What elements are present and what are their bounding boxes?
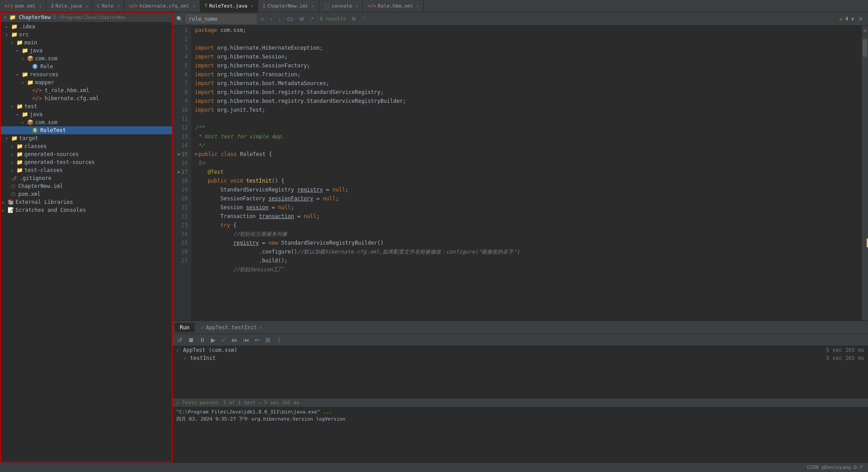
code-line-6: import org.hibernate.Transaction; — [195, 70, 858, 79]
tab-role-java[interactable]: J Role.java × — [46, 0, 93, 12]
bottom-tab-run[interactable]: Run — [174, 323, 195, 332]
tree-test-classes[interactable]: 📁 test-classes — [0, 166, 172, 174]
tree-role[interactable]: R Role — [0, 62, 172, 70]
arrow-gen-test-src — [11, 160, 15, 165]
ln-17-run[interactable]: ▶17 — [173, 168, 188, 176]
ln-3: 3 — [173, 43, 188, 52]
test-classes-icon: 📁 — [16, 167, 23, 173]
ln-15-run[interactable]: ▶15 — [173, 150, 188, 159]
tree-pom-xml[interactable]: ⬡ pom.xml — [0, 190, 172, 198]
arrow-test — [11, 104, 15, 109]
line-numbers: 1 2 3 4 5 6 7 8 9 10 11 12 13 14 ▶15 16 … — [173, 26, 191, 320]
project-path: E:\Programs\Java\ChapterNew — [53, 15, 125, 20]
test-package-icon: 📦 — [27, 119, 34, 125]
iml-file-icon: ⬡ — [11, 183, 16, 189]
code-line-7: import org.hibernate.boot.MetadataSource… — [195, 79, 858, 88]
rerun-btn[interactable]: ↺ — [175, 335, 184, 344]
tree-generated-test-sources[interactable]: 📁 generated-test-sources — [0, 158, 172, 166]
tab-roletest[interactable]: T RoleTest.java × — [200, 0, 258, 12]
tab-role-class[interactable]: C Role × — [93, 0, 124, 12]
xml2-icon: </> — [129, 3, 138, 9]
code-line-9: import org.hibernate.boot.registry.Stand… — [195, 97, 858, 105]
tree-resources[interactable]: 📁 resources — [0, 70, 172, 78]
close-editor-btn[interactable]: × — [857, 14, 864, 24]
more-btn[interactable]: ⋮ — [360, 15, 368, 23]
code-line-24: registry = new StandardServiceRegistryBu… — [195, 238, 858, 247]
tree-src[interactable]: 📁 src — [0, 31, 172, 39]
tree-idea[interactable]: 📁 .idea — [0, 23, 172, 31]
search-input[interactable] — [186, 15, 256, 23]
arrow-scratches — [2, 208, 6, 213]
check-btn[interactable]: ✓ — [219, 335, 228, 344]
tree-roletest[interactable]: R RoleTest — [0, 126, 172, 134]
tree-classes[interactable]: 📁 classes — [0, 142, 172, 150]
filter-btn[interactable]: ⧉ — [350, 15, 357, 23]
tree-generated-sources[interactable]: 📁 generated-sources — [0, 150, 172, 158]
ln-25: 25 — [173, 238, 188, 247]
tree-test[interactable]: 📁 test — [0, 102, 172, 110]
scratch-icon: 📝 — [8, 207, 14, 213]
credit-text: CSDN @Davieyang.D.Y — [807, 464, 863, 470]
tab-console[interactable]: ⬛ console × — [319, 0, 363, 12]
more-bottom-btn[interactable]: ⋮ — [274, 335, 284, 344]
method-pass-icon: ✓ — [183, 355, 186, 361]
match-case-btn[interactable]: Cc — [285, 16, 294, 23]
code-line-13: * Unit test for simple App. — [195, 132, 858, 141]
suite-time: 5 sec 265 ms — [826, 347, 864, 353]
pass-icon: ✓ — [176, 347, 179, 353]
tree-test-com-ssm[interactable]: 📦 com.ssm — [0, 118, 172, 126]
tree-java-src[interactable]: 📁 java — [0, 47, 172, 55]
close-run-tab[interactable]: × — [260, 325, 262, 330]
tree-target[interactable]: 📁 target — [0, 134, 172, 142]
ln-12: 12 — [173, 123, 188, 132]
ln-23: 23 — [173, 221, 188, 230]
run-icon-17: ▶ — [178, 168, 181, 176]
method-time: 5 sec 265 ms — [826, 355, 864, 361]
tree-t-role-hbm[interactable]: </> t_role.hbm.xml — [0, 86, 172, 94]
tree-main[interactable]: 📁 main — [0, 39, 172, 47]
word-btn[interactable]: W — [298, 16, 306, 23]
code-line-11 — [195, 114, 858, 123]
tree-test-java[interactable]: 📁 java — [0, 110, 172, 118]
tab-role-hbm[interactable]: </> Role.hbm.xml × — [363, 0, 424, 12]
search-bar: 🔍 × ↑ ↓ Cc W .* 0 results ⧉ ⋮ ⚠ 4 ∨ × — [173, 12, 868, 26]
test-run-icon: ✓ — [201, 324, 204, 331]
editor-area: 🔍 × ↑ ↓ Cc W .* 0 results ⧉ ⋮ ⚠ 4 ∨ × 1 … — [173, 12, 868, 462]
pass-check: ✓ — [176, 400, 179, 406]
scrollbar-thumb[interactable] — [863, 39, 867, 57]
xml3-icon: </> — [367, 3, 376, 9]
next-search-btn[interactable]: ↓ — [277, 16, 283, 23]
step-over-btn[interactable]: ⏭ — [230, 335, 240, 344]
bottom-content: ↺ ⏹ ⏸ ▶ ✓ ⏭ ⏮ ↩ ⊞ ⋮ ✓ AppTest (com.ssm) — [173, 334, 868, 462]
tab-pom-xml[interactable]: </> pom.xml × — [0, 0, 46, 12]
tree-external-libs[interactable]: 📚 External Libraries — [0, 198, 172, 206]
tree-hibernate-cfg[interactable]: </> hibernate.cfg.xml — [0, 94, 172, 102]
scratches-label: Scratches and Consoles — [16, 207, 86, 213]
expand-btn[interactable]: ⊞ — [264, 335, 272, 344]
tab-hibernate-cfg[interactable]: </> hibernate.cfg.xml × — [124, 0, 200, 12]
step-back-btn[interactable]: ⏮ — [241, 335, 251, 344]
gen-src-folder-icon: 📁 — [16, 151, 23, 157]
prev-search-btn[interactable]: ↑ — [268, 16, 274, 23]
tree-gitignore[interactable]: ⎇ .gitignore — [0, 174, 172, 182]
code-content[interactable]: package com.ssm; import org.hibernate.Hi… — [191, 26, 862, 320]
bottom-tab-apptest[interactable]: ✓ AppTest.testInit × — [196, 323, 267, 332]
resume-btn[interactable]: ▶ — [209, 335, 217, 344]
tab-chapternew-iml[interactable]: I ChapterNew.iml × — [258, 0, 319, 12]
class-icon: C — [97, 3, 100, 9]
test-method-row[interactable]: ✓ testInit 5 sec 265 ms — [173, 354, 868, 362]
ln-2: 2 — [173, 35, 188, 43]
scrollbar-area: ⚠ — [862, 26, 868, 320]
return-btn[interactable]: ↩ — [253, 335, 262, 344]
collapse-arrow[interactable]: ▾ — [4, 14, 7, 20]
tree-chapternew-iml[interactable]: ⬡ ChapterNew.iml — [0, 182, 172, 190]
code-line-5: import org.hibernate.SessionFactory; — [195, 61, 858, 70]
regex-btn[interactable]: .* — [308, 16, 315, 23]
pause-btn[interactable]: ⏸ — [198, 335, 207, 344]
tree-mapper[interactable]: 📁 mapper — [0, 78, 172, 86]
tree-com-ssm[interactable]: 📦 com.ssm — [0, 55, 172, 62]
tree-scratches[interactable]: 📝 Scratches and Consoles — [0, 206, 172, 214]
close-search-btn[interactable]: × — [259, 16, 265, 23]
stop-btn[interactable]: ⏹ — [186, 335, 196, 344]
code-line-2 — [195, 35, 858, 43]
